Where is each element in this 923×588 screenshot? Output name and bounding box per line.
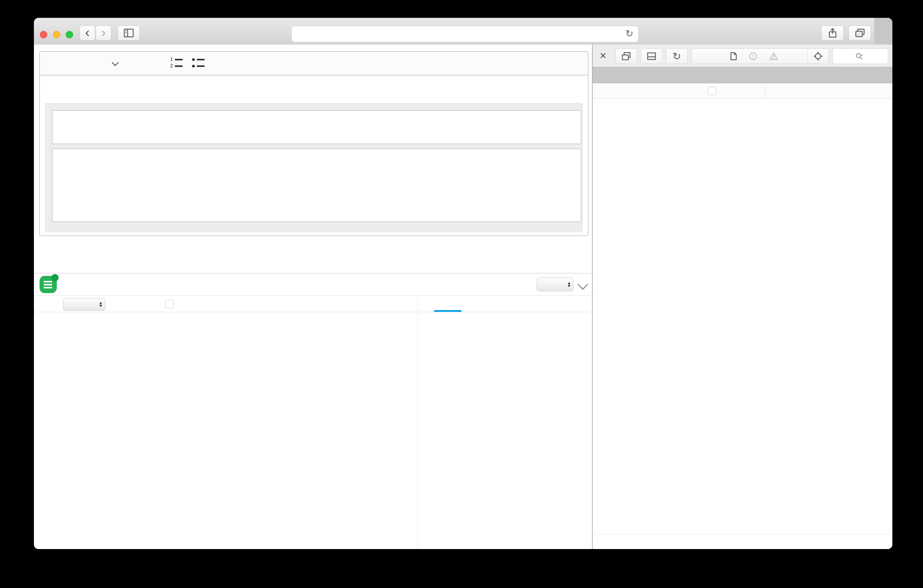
desktop-background: ‹ › ↻ [0,0,923,588]
console-filter-bar [593,83,892,99]
simple-box-title[interactable] [52,110,581,144]
share-button[interactable] [821,26,844,40]
error-count [749,52,759,60]
console-panel [593,99,892,549]
dock-bottom-icon [647,52,656,60]
reload-icon: ↻ [673,50,681,62]
reload-icon[interactable]: ↻ [625,28,633,39]
root-select[interactable]: ▲▼ [63,298,105,310]
new-tab-button[interactable] [874,18,892,44]
editor-editable[interactable] [40,75,588,235]
web-page: 1 2 [34,44,592,549]
issues-summary-button[interactable] [691,48,819,64]
ckeditor: 1 2 [39,51,588,236]
devtools-tab-bar [593,67,892,83]
error-icon [749,52,757,60]
sidebar-icon [124,28,134,38]
zoom-window-button[interactable] [66,31,73,38]
share-icon [828,28,837,38]
chevron-down-icon [112,59,119,66]
dock-side-button[interactable] [616,48,637,64]
editor-instance-select[interactable]: ▲▼ [537,278,573,291]
ckeditor-inspector: ▲▼ ▲▼ [34,273,592,549]
logo-version-badge [51,274,59,281]
dock-bottom-button[interactable] [641,48,662,64]
console-prompt[interactable] [593,534,892,549]
box-title-text [53,111,581,118]
browser-toolbar: ‹ › ↻ [34,18,892,45]
simple-box-description[interactable] [52,149,581,222]
select-stepper-icon: ▲▼ [99,301,103,307]
document-icon [730,52,737,60]
editor-toolbar: 1 2 [40,52,588,76]
compact-text-checkbox[interactable] [165,300,174,308]
tab-overview-button[interactable] [849,26,871,40]
minimize-window-button[interactable] [53,31,60,38]
address-bar[interactable]: ↻ [291,26,639,42]
panel-divider [417,296,418,549]
model-tree[interactable] [34,312,417,549]
sidebar-button[interactable] [118,26,140,40]
ckeditor-logo-icon [39,276,57,293]
forward-button[interactable]: › [96,26,111,40]
close-devtools-button[interactable]: × [600,49,606,62]
filter-divider [765,85,765,96]
warning-count [770,52,780,60]
devtools-search-field[interactable] [833,48,888,64]
numbered-list-button[interactable]: 1 2 [170,57,186,69]
crosshair-icon [814,52,823,61]
select-stepper-icon: ▲▼ [567,281,571,287]
warning-icon [770,52,778,60]
bulleted-list-button[interactable] [192,57,207,69]
preserve-log-checkbox[interactable] [708,87,716,95]
tabs-icon [855,28,865,38]
simple-box-widget[interactable] [45,103,583,232]
page-count [730,52,739,60]
dock-side-icon [622,52,631,60]
close-window-button[interactable] [40,31,47,38]
back-icon: ‹ [85,26,90,40]
web-inspector: × ↻ [593,44,892,549]
devtools-toolbar: × ↻ [593,44,892,67]
back-button[interactable]: ‹ [80,26,95,40]
search-icon [855,52,863,60]
safari-window: ‹ › ↻ [34,18,892,549]
reload-page-button[interactable]: ↻ [666,48,688,64]
element-picker-button[interactable] [807,48,829,64]
collapse-inspector-icon[interactable] [578,279,588,290]
forward-icon: › [101,26,105,40]
